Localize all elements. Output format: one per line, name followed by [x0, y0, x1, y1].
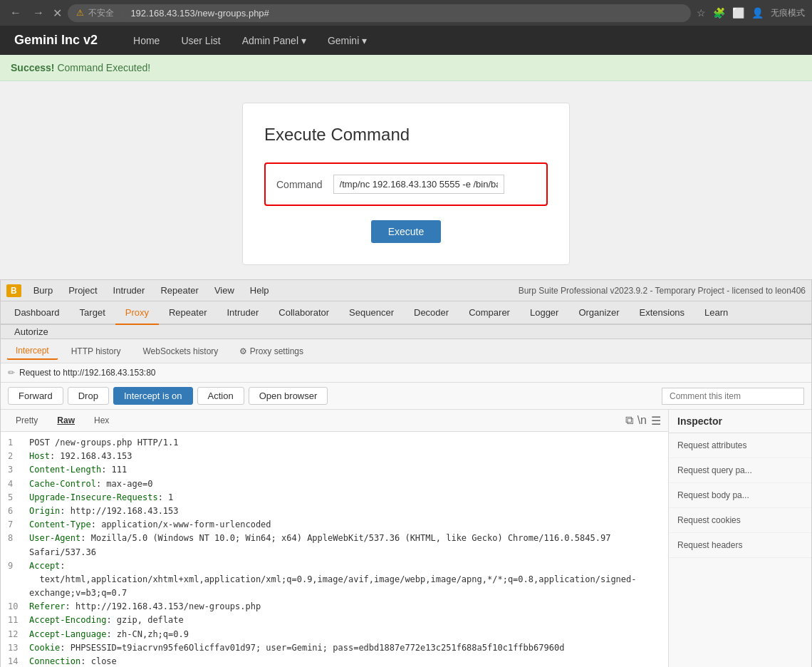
- request-panel: Pretty Raw Hex ⧉ \n ☰ 1 POST /new-groups…: [1, 410, 669, 667]
- window-icon[interactable]: ⬜: [732, 7, 744, 19]
- nav-user-list[interactable]: User List: [181, 35, 220, 46]
- site-nav: Gemini Inc v2 Home User List Admin Panel…: [0, 26, 812, 55]
- copy-icon[interactable]: ⧉: [625, 414, 633, 427]
- tab-collaborator[interactable]: Collaborator: [269, 301, 339, 325]
- request-line: 12 Accept-Language: zh-CN,zh;q=0.9: [8, 628, 661, 641]
- request-line: 9 Accept:: [8, 559, 661, 573]
- command-label: Command: [276, 179, 323, 190]
- sub-tab-intercept[interactable]: Intercept: [6, 342, 58, 360]
- request-line: 14 Connection: close: [8, 655, 661, 667]
- tab-comparer[interactable]: Comparer: [459, 301, 520, 325]
- request-line: text/html,application/xhtml+xml,applicat…: [8, 573, 661, 600]
- inspector-request-headers[interactable]: Request headers: [669, 533, 811, 558]
- browser-icons: ☆ 🧩 ⬜ 👤 无痕模式: [697, 7, 805, 19]
- inspector-request-cookies[interactable]: Request cookies: [669, 508, 811, 533]
- inspector-title: Inspector: [669, 410, 811, 433]
- tab-sequencer[interactable]: Sequencer: [339, 301, 404, 325]
- tab-target[interactable]: Target: [70, 301, 115, 325]
- star-icon[interactable]: ☆: [697, 7, 706, 19]
- tab-learn[interactable]: Learn: [694, 301, 738, 325]
- address-bar[interactable]: ⚠ 不安全 | 192.168.43.153/new-groups.php#: [68, 4, 691, 22]
- request-url: Request to http://192.168.43.153:80: [19, 368, 155, 378]
- menu-burp[interactable]: Burp: [26, 283, 60, 298]
- forward-button[interactable]: Forward: [8, 387, 63, 405]
- request-line: 3 Content-Length: 111: [8, 463, 661, 477]
- request-line: 11 Accept-Encoding: gzip, deflate: [8, 614, 661, 627]
- address-text: 不安全: [88, 7, 114, 19]
- wrap-icon[interactable]: \n: [637, 414, 647, 427]
- request-line: 8 User-Agent: Mozilla/5.0 (Windows NT 10…: [8, 532, 661, 559]
- format-tab-raw[interactable]: Raw: [49, 413, 83, 428]
- back-button[interactable]: ←: [7, 4, 24, 22]
- close-button[interactable]: ✕: [53, 6, 62, 20]
- command-form-row: Command: [264, 162, 548, 206]
- tab-organizer[interactable]: Organizer: [568, 301, 629, 325]
- nav-home[interactable]: Home: [133, 35, 160, 46]
- format-tab-hex[interactable]: Hex: [86, 413, 117, 428]
- nav-gemini[interactable]: Gemini ▾: [328, 35, 367, 46]
- burp-title: Burp Suite Professional v2023.9.2 - Temp…: [519, 286, 806, 296]
- extension-icon[interactable]: 🧩: [713, 7, 725, 19]
- inspector-request-attributes[interactable]: Request attributes: [669, 433, 811, 458]
- execute-title: Execute Command: [264, 125, 548, 145]
- request-line: 5 Upgrade-Insecure-Requests: 1: [8, 491, 661, 505]
- execute-button[interactable]: Execute: [371, 220, 442, 243]
- forward-button[interactable]: →: [30, 4, 47, 22]
- request-body: 1 POST /new-groups.php HTTP/1.1 2 Host: …: [1, 432, 668, 667]
- site-brand: Gemini Inc v2: [14, 33, 98, 48]
- burp-window: B Burp Project Intruder Repeater View He…: [0, 279, 812, 667]
- success-message: Command Executed!: [57, 62, 150, 73]
- user-icon[interactable]: 👤: [751, 7, 764, 19]
- menu-help[interactable]: Help: [243, 283, 276, 298]
- request-info-bar: ✏ Request to http://192.168.43.153:80: [1, 363, 811, 383]
- request-line: 7 Content-Type: application/x-www-form-u…: [8, 518, 661, 532]
- request-line: 1 POST /new-groups.php HTTP/1.1: [8, 436, 661, 450]
- open-browser-button[interactable]: Open browser: [249, 387, 328, 405]
- success-bold: Success!: [11, 62, 54, 73]
- tab-autorize[interactable]: Autorize: [4, 321, 58, 343]
- inspector-request-body[interactable]: Request body pa...: [669, 483, 811, 508]
- request-line: 2 Host: 192.168.43.153: [8, 450, 661, 463]
- warning-icon: ⚠: [76, 8, 84, 18]
- command-input[interactable]: [333, 175, 504, 194]
- request-line: 10 Referer: http://192.168.43.153/new-gr…: [8, 600, 661, 614]
- tab-intruder[interactable]: Intruder: [217, 301, 269, 325]
- request-line: 6 Origin: http://192.168.43.153: [8, 505, 661, 518]
- menu-intruder[interactable]: Intruder: [106, 283, 152, 298]
- intercept-on-button[interactable]: Intercept is on: [113, 387, 193, 405]
- menu-project[interactable]: Project: [61, 283, 104, 298]
- main-content: Pretty Raw Hex ⧉ \n ☰ 1 POST /new-groups…: [1, 410, 811, 667]
- sub-tab-http-history[interactable]: HTTP history: [62, 343, 130, 360]
- nav-admin-panel[interactable]: Admin Panel ▾: [242, 35, 306, 46]
- drop-button[interactable]: Drop: [68, 387, 109, 405]
- proxy-settings-button[interactable]: ⚙ Proxy settings: [231, 343, 312, 359]
- request-line: 13 Cookie: PHPSESSID=t9iacrvn95fe6Olicff…: [8, 641, 661, 655]
- tab-extensions[interactable]: Extensions: [630, 301, 695, 325]
- url-text: 192.168.43.153/new-groups.php#: [130, 8, 269, 19]
- execute-card: Execute Command Command Execute: [242, 103, 570, 265]
- success-banner: Success! Command Executed!: [0, 55, 812, 81]
- burp-logo: B: [6, 284, 21, 297]
- inspector-request-query[interactable]: Request query pa...: [669, 458, 811, 483]
- burp-tabs: Dashboard Target Proxy Repeater Intruder…: [1, 301, 811, 325]
- menu-icon[interactable]: ☰: [651, 414, 661, 428]
- tab-logger[interactable]: Logger: [520, 301, 568, 325]
- tab-decoder[interactable]: Decoder: [404, 301, 459, 325]
- comment-input[interactable]: [662, 388, 804, 405]
- sub-tab-websockets-history[interactable]: WebSockets history: [134, 343, 228, 360]
- incognito-label: 无痕模式: [771, 7, 805, 19]
- format-tabs: Pretty Raw Hex ⧉ \n ☰: [1, 410, 668, 432]
- tab-proxy[interactable]: Proxy: [115, 301, 159, 325]
- tab-repeater[interactable]: Repeater: [159, 301, 217, 325]
- menu-view[interactable]: View: [207, 283, 241, 298]
- browser-chrome: ← → ✕ ⚠ 不安全 | 192.168.43.153/new-groups.…: [0, 0, 812, 26]
- format-tab-pretty[interactable]: Pretty: [8, 413, 46, 428]
- burp-sub-tabs: Intercept HTTP history WebSockets histor…: [1, 339, 811, 363]
- burp-menu-bar: B Burp Project Intruder Repeater View He…: [1, 280, 811, 301]
- menu-repeater[interactable]: Repeater: [153, 283, 205, 298]
- pencil-icon: ✏: [8, 368, 15, 378]
- request-line: 4 Cache-Control: max-age=0: [8, 477, 661, 491]
- action-button[interactable]: Action: [197, 387, 244, 405]
- format-icons: ⧉ \n ☰: [625, 414, 661, 428]
- inspector-panel: Inspector Request attributes Request que…: [669, 410, 811, 667]
